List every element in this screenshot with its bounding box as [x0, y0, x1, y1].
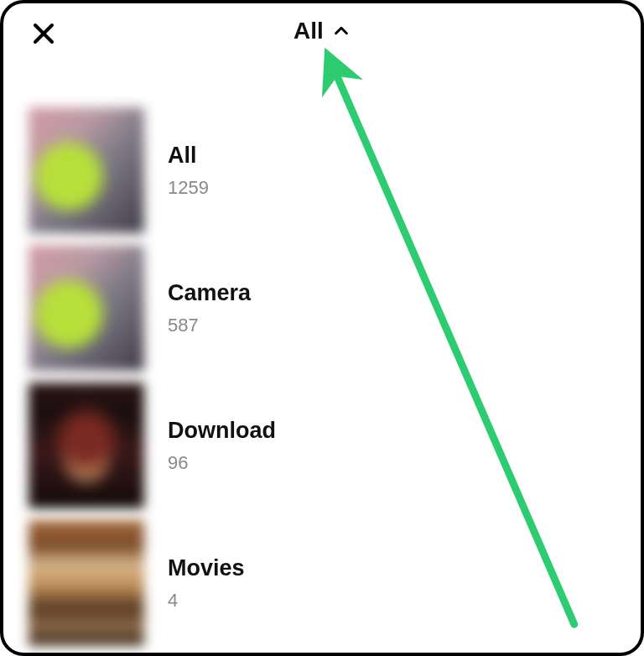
header-title: All: [293, 18, 324, 44]
album-text: Movies 4: [168, 555, 245, 612]
album-row-camera[interactable]: Camera 587: [3, 245, 641, 383]
album-selector[interactable]: All: [293, 18, 351, 44]
album-row-all[interactable]: All 1259: [3, 107, 641, 245]
header: All: [3, 3, 641, 59]
album-row-download[interactable]: Download 96: [3, 383, 641, 520]
album-count: 96: [168, 452, 276, 474]
album-name: All: [168, 143, 209, 169]
album-name: Camera: [168, 280, 251, 306]
album-count: 1259: [168, 177, 209, 199]
album-text: All 1259: [168, 143, 209, 199]
close-icon: [31, 21, 56, 49]
album-row-movies[interactable]: Movies 4: [3, 520, 641, 656]
album-thumbnail: [29, 383, 144, 508]
album-count: 587: [168, 315, 251, 336]
album-thumbnail: [29, 520, 144, 646]
chevron-up-icon: [332, 22, 351, 40]
app-frame: All All 1259 Camera 587: [0, 0, 644, 656]
album-text: Camera 587: [168, 280, 251, 336]
album-list: All 1259 Camera 587 Download 96 Movies 4: [3, 59, 641, 656]
album-name: Download: [168, 418, 276, 444]
album-name: Movies: [168, 555, 245, 581]
album-text: Download 96: [168, 418, 276, 474]
album-thumbnail: [29, 107, 144, 233]
album-thumbnail: [29, 245, 144, 371]
close-button[interactable]: [29, 20, 59, 50]
album-count: 4: [168, 590, 245, 612]
